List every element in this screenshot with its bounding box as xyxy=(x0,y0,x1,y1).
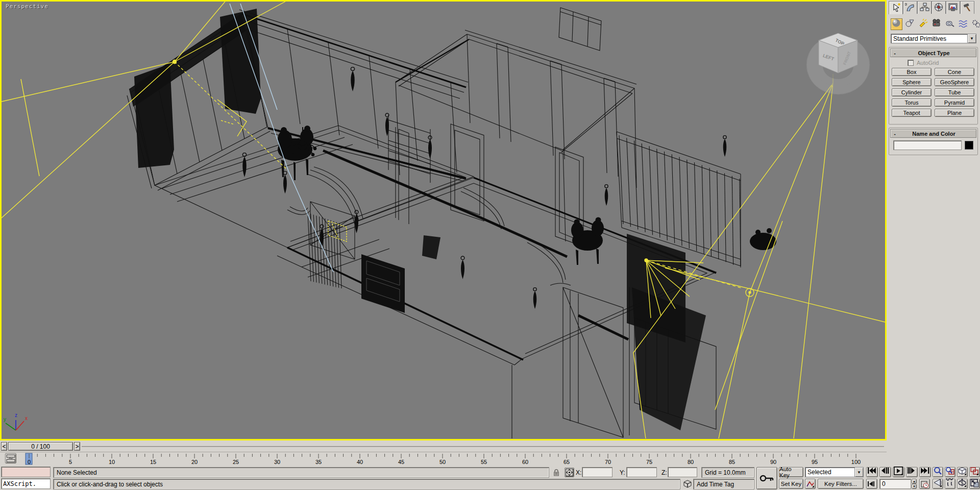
category-cameras[interactable] xyxy=(930,18,942,30)
set-keys-button[interactable] xyxy=(756,467,777,489)
chevron-down-icon[interactable]: ▼ xyxy=(967,34,976,43)
name-color-rollout-header[interactable]: - Name and Color xyxy=(890,129,976,138)
add-time-tag-button[interactable]: Add Time Tag xyxy=(693,479,754,489)
go-to-end-button[interactable] xyxy=(919,467,931,477)
current-frame-field[interactable] xyxy=(879,479,911,489)
tab-utilities[interactable] xyxy=(960,1,974,14)
collapse-icon[interactable]: - xyxy=(891,131,899,137)
time-slider-track[interactable] xyxy=(82,446,884,447)
x-coordinate-field[interactable] xyxy=(582,467,612,477)
play-icon xyxy=(894,467,904,478)
object-type-title: Object Type xyxy=(899,50,976,56)
next-frame-button[interactable] xyxy=(906,467,918,477)
time-configuration-button[interactable] xyxy=(919,479,930,489)
field-of-view-button[interactable] xyxy=(933,479,943,489)
playback-controls xyxy=(866,467,931,477)
selection-lock-toggle[interactable] xyxy=(553,469,560,479)
object-type-button-plane[interactable]: Plane xyxy=(935,109,974,117)
object-type-button-torus[interactable]: Torus xyxy=(892,99,932,107)
modify-icon xyxy=(905,2,915,13)
object-type-button-geosphere[interactable]: GeoSphere xyxy=(935,78,974,86)
play-button[interactable] xyxy=(893,467,904,477)
object-type-button-tube[interactable]: Tube xyxy=(935,88,974,96)
object-type-button-teapot[interactable]: Teapot xyxy=(892,109,932,117)
track-bar[interactable]: 0510152025303540455055606570758085909510… xyxy=(0,452,887,465)
viewcube[interactable]: TOP LEFT FRONT xyxy=(806,33,870,94)
orbit-button[interactable] xyxy=(957,479,968,489)
object-type-button-cone[interactable]: Cone xyxy=(935,68,974,76)
object-type-button-box[interactable]: Box xyxy=(892,68,932,76)
category-shapes[interactable] xyxy=(904,18,916,30)
ruler-frame-label: 20 xyxy=(191,459,198,465)
z-coordinate-label: Z: xyxy=(662,469,667,476)
category-lights[interactable] xyxy=(917,18,929,30)
tangent-curve-icon xyxy=(806,480,814,487)
category-dropdown[interactable]: Standard Primitives ▼ xyxy=(891,34,976,43)
ruler-frame-label: 35 xyxy=(315,459,322,465)
go-to-start-button[interactable] xyxy=(866,467,878,477)
collapse-icon[interactable]: - xyxy=(891,50,899,56)
zoom-all-button[interactable] xyxy=(945,467,955,477)
key-icon xyxy=(760,474,775,483)
selection-set-dropdown[interactable]: Selected ▼ xyxy=(805,467,864,477)
object-color-swatch[interactable] xyxy=(965,141,973,150)
next-frame-arrow-button[interactable]: > xyxy=(74,442,80,451)
zoom-extents-button[interactable] xyxy=(957,467,968,477)
pan-button[interactable] xyxy=(945,479,955,489)
set-key-button[interactable]: Set Key xyxy=(779,479,803,489)
add-time-tag-text: Add Time Tag xyxy=(697,481,734,488)
previous-frame-arrow-button[interactable]: < xyxy=(1,442,7,451)
tab-motion[interactable] xyxy=(932,1,946,14)
time-slider-row: < 0 / 100 > xyxy=(0,440,887,452)
z-coordinate-field[interactable] xyxy=(668,467,697,477)
chevron-down-icon[interactable]: ▼ xyxy=(854,468,863,477)
ruler-frame-label: 90 xyxy=(770,459,776,465)
viewport-canvas[interactable]: TOP LEFT FRONT z y x xyxy=(2,2,885,439)
category-helpers[interactable] xyxy=(944,18,955,30)
object-type-rollout-header[interactable]: - Object Type xyxy=(890,48,976,57)
y-coordinate-field[interactable] xyxy=(626,467,657,477)
autogrid-checkbox[interactable] xyxy=(908,60,914,66)
time-slider-value: 0 / 100 xyxy=(31,443,50,450)
ruler-frame-label: 65 xyxy=(564,459,570,465)
maximize-viewport-toggle-button[interactable] xyxy=(969,479,980,489)
object-type-button-sphere[interactable]: Sphere xyxy=(892,78,932,86)
viewport-label[interactable]: Perspective xyxy=(6,3,48,10)
category-dropdown-value: Standard Primitives xyxy=(893,35,946,42)
time-slider-handle[interactable]: 0 / 100 xyxy=(8,442,73,451)
y-coordinate-label: Y: xyxy=(620,469,625,476)
default-in-out-tangents-button[interactable] xyxy=(805,479,816,489)
category-geometry[interactable] xyxy=(891,18,902,30)
zoom-extents-all-button[interactable] xyxy=(969,467,980,477)
zoom-button[interactable] xyxy=(933,467,943,477)
category-systems[interactable] xyxy=(970,18,980,30)
tab-create[interactable] xyxy=(889,1,903,14)
previous-frame-button[interactable] xyxy=(879,467,891,477)
viewport-nav-row2 xyxy=(933,479,980,489)
object-type-button-cylinder[interactable]: Cylinder xyxy=(892,88,932,96)
absolute-offset-mode-toggle[interactable] xyxy=(565,468,574,477)
object-type-buttons: BoxConeSphereGeoSphereCylinderTubeTorusP… xyxy=(892,68,975,117)
camera-gizmos[interactable] xyxy=(2,2,885,438)
tab-modify[interactable] xyxy=(903,1,917,14)
tab-hierarchy[interactable] xyxy=(917,1,932,14)
ruler-frame-label: 40 xyxy=(357,459,363,465)
key-filters-button[interactable]: Key Filters... xyxy=(818,479,864,489)
display-icon xyxy=(948,2,958,13)
open-mini-curve-editor-button[interactable] xyxy=(5,453,16,463)
key-mode-toggle-button[interactable] xyxy=(866,479,877,489)
go-to-end-icon xyxy=(920,467,930,478)
object-name-input[interactable] xyxy=(893,140,962,150)
object-type-button-pyramid[interactable]: Pyramid xyxy=(935,99,974,107)
viewport-nav-row1 xyxy=(933,467,980,477)
auto-key-button[interactable]: Auto Key xyxy=(779,467,803,477)
frame-spinner[interactable]: ▲ ▼ xyxy=(912,479,917,489)
category-space-warps[interactable] xyxy=(957,18,969,30)
maxscript-mini-listener[interactable]: AXScript. xyxy=(1,478,51,489)
maxscript-macro-recorder-pane[interactable] xyxy=(1,467,51,477)
tab-display[interactable] xyxy=(946,1,960,14)
command-panel-tabs xyxy=(889,1,974,14)
create-category-row xyxy=(891,17,980,31)
zoom-icon xyxy=(933,467,943,478)
perspective-viewport[interactable]: TOP LEFT FRONT z y x Perspective xyxy=(0,0,887,440)
